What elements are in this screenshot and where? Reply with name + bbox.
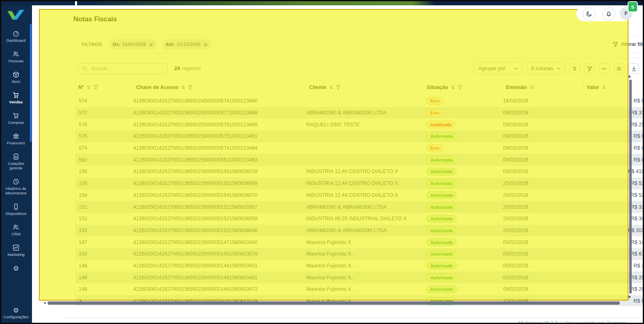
filter-icon[interactable] xyxy=(457,85,462,90)
scroll-down-arrow[interactable]: ▼ xyxy=(628,295,631,299)
table-row[interactable]: 5744126030014152700013665024000000574100… xyxy=(76,95,644,107)
app-window: DashboardPessoasItensVendasComprasFinanc… xyxy=(0,0,644,324)
sidebar-item-label: Marketing xyxy=(7,252,25,257)
sort-icon[interactable]: ⇅ xyxy=(181,85,185,90)
sidebar-item-configuracoes[interactable]: ⚙Configurações xyxy=(1,307,31,319)
column-header-n[interactable]: Nº⇅ xyxy=(76,84,130,90)
group-by-select[interactable]: Agrupar por xyxy=(474,62,523,75)
table-row[interactable]: 1464126020014152700013655023000000146158… xyxy=(76,260,644,272)
sidebar-item-crm[interactable]: CRM xyxy=(1,224,31,236)
column-label: Situação xyxy=(427,84,448,90)
sort-button[interactable]: ⇅ xyxy=(569,63,580,74)
table-row[interactable]: 5764126030014152700013655025000000576100… xyxy=(76,119,644,130)
sidebar-item-dispositivos[interactable]: Dispositivos xyxy=(1,203,31,216)
sort-icon[interactable]: ⇅ xyxy=(329,85,333,90)
table-row[interactable]: 1554126020014152700013655023000000155158… xyxy=(76,178,644,189)
page-title: Notas Fiscais xyxy=(73,15,117,23)
column-header-cliente[interactable]: Cliente⇅ xyxy=(303,84,421,90)
table-row[interactable]: 1504126020014152700013655023000000150158… xyxy=(76,248,644,260)
status-badge: Autorizada xyxy=(426,203,457,211)
search-input[interactable] xyxy=(91,65,164,72)
sort-icon[interactable]: ⇅ xyxy=(87,85,91,90)
column-separator xyxy=(133,84,133,90)
remove-filter-icon[interactable]: ⊗ xyxy=(203,42,208,47)
sidebar-item-financeiro[interactable]: Financeiro xyxy=(1,133,31,145)
table-row[interactable]: 1484126020014152700013655023000000148158… xyxy=(76,283,644,295)
notifications-button[interactable] xyxy=(602,7,615,21)
cell-n: 574 xyxy=(76,145,130,151)
sidebar-item-dashboard[interactable]: Dashboard xyxy=(1,30,31,43)
status-badge: Autorizada xyxy=(426,132,457,140)
sidebar-item-historico-de-movimentos[interactable]: Histórico de Movimentos xyxy=(1,178,31,195)
bell-icon xyxy=(606,11,612,17)
cell-sit: Autorizada xyxy=(421,191,500,199)
scroll-left-arrow[interactable]: ◄ xyxy=(43,301,46,305)
column-header-chave-de-acesso[interactable]: Chave de Acesso⇅ xyxy=(130,84,303,90)
filter-chip[interactable]: Até:31/12/2026⊗ xyxy=(162,39,212,50)
table-row[interactable]: 1514126020014152700013655023000000151158… xyxy=(76,201,644,213)
sort-icon[interactable]: ⇅ xyxy=(451,85,455,90)
sidebar-item-pessoas[interactable]: Pessoas xyxy=(1,51,31,63)
columns-select[interactable]: 6 colunas xyxy=(527,62,565,75)
filter-icon[interactable] xyxy=(336,85,341,90)
table-row[interactable]: 1534126020014152700013655023000000153158… xyxy=(76,225,644,237)
column-header-situacao[interactable]: Situação⇅ xyxy=(421,84,500,90)
column-separator xyxy=(503,84,503,90)
cell-valor: R$ 25,07 xyxy=(581,122,644,128)
sort-desc-icon[interactable] xyxy=(530,85,535,90)
sidebar-item-compras[interactable]: Compras xyxy=(1,112,31,125)
cell-n: 575 xyxy=(76,133,130,139)
status-badge: Autorizada xyxy=(426,180,457,187)
arrows-horizontal-button[interactable]: ↔ xyxy=(599,63,610,74)
table-row[interactable]: 5774126030014152700013655025000000577100… xyxy=(76,107,644,119)
table-row[interactable]: 5754126030014152700013655025000000575100… xyxy=(76,130,644,142)
sidebar-item-itens[interactable]: Itens xyxy=(1,71,31,84)
filter-icon[interactable] xyxy=(188,85,193,90)
filter-chip-prefix: Até: xyxy=(166,42,175,47)
records-count-value: 24 xyxy=(174,66,180,71)
sidebar-scrollbar[interactable] xyxy=(30,24,32,142)
scroll-up-arrow[interactable]: ▲ xyxy=(628,74,631,78)
vertical-scrollbar-thumb[interactable] xyxy=(629,80,632,294)
horizontal-scrollbar-thumb[interactable] xyxy=(48,301,620,305)
remove-filter-icon[interactable]: ⊗ xyxy=(149,42,153,47)
search-box[interactable] xyxy=(78,63,168,74)
change-filters-button[interactable]: Alterar filtros xyxy=(613,41,644,47)
grid-button[interactable]: ⊞ xyxy=(614,63,624,74)
dark-mode-button[interactable] xyxy=(583,7,596,21)
filters-bar: FILTROS: De:01/01/2026⊗Até:31/12/2026⊗ A… xyxy=(75,36,644,53)
cell-n: 149 xyxy=(76,275,130,281)
column-header-valor[interactable]: Valor⇅ xyxy=(581,84,644,90)
sidebar-item-vendas[interactable]: Vendas xyxy=(1,92,31,104)
filter-chip[interactable]: De:01/01/2026⊗ xyxy=(109,39,157,50)
table-row[interactable]: 1524126020014152700013655023000000152158… xyxy=(76,213,644,225)
cell-valor: R$ 52,00 xyxy=(581,180,644,186)
cell-valor: R$ 37,61 xyxy=(581,110,644,116)
records-count: 24 registros xyxy=(174,66,201,71)
table-row[interactable]: 1564126030014152700013655023000000156158… xyxy=(76,166,644,178)
cell-valor: R$ 14,76 xyxy=(581,240,644,245)
status-badge: Autorizada xyxy=(426,262,457,269)
table-row[interactable]: 1494126020014152700013655023000000149158… xyxy=(76,272,644,283)
table-row[interactable]: 5744126030014152700013655025000000574100… xyxy=(76,142,644,154)
table-row[interactable]: 1544126020014152700013655023000000154158… xyxy=(76,189,644,201)
sidebar-item-cotacoes-gerente[interactable]: Cotações gerente xyxy=(1,153,31,170)
sort-icon[interactable]: ⇅ xyxy=(602,85,606,90)
sidebar-item-label: Vendas xyxy=(9,100,23,104)
table-row[interactable]: 5624126030014152700013655025000000562100… xyxy=(76,154,644,166)
status-badge: Autorizada xyxy=(426,226,457,234)
cell-sit: Erro xyxy=(421,97,500,105)
sidebar-item-marketing[interactable]: Marketing xyxy=(1,244,31,257)
sidebar-item-gear[interactable]: ⚙ xyxy=(1,265,31,272)
filter-icon[interactable] xyxy=(93,85,98,90)
cell-sit: Autorizada xyxy=(421,215,500,223)
users-icon xyxy=(13,224,19,230)
filter-off-button[interactable] xyxy=(584,63,595,74)
column-separator xyxy=(306,84,306,90)
cell-chave: 4126030014152700013655025000000576100012… xyxy=(130,122,303,128)
download-button[interactable] xyxy=(628,63,639,74)
footer-app-name: Multipanel xyxy=(519,320,542,324)
table-row[interactable]: 1474126020014152700013655023000000147158… xyxy=(76,236,644,248)
cell-sit: Autorizada xyxy=(421,180,500,187)
column-header-emissao[interactable]: Emissão xyxy=(500,84,581,90)
